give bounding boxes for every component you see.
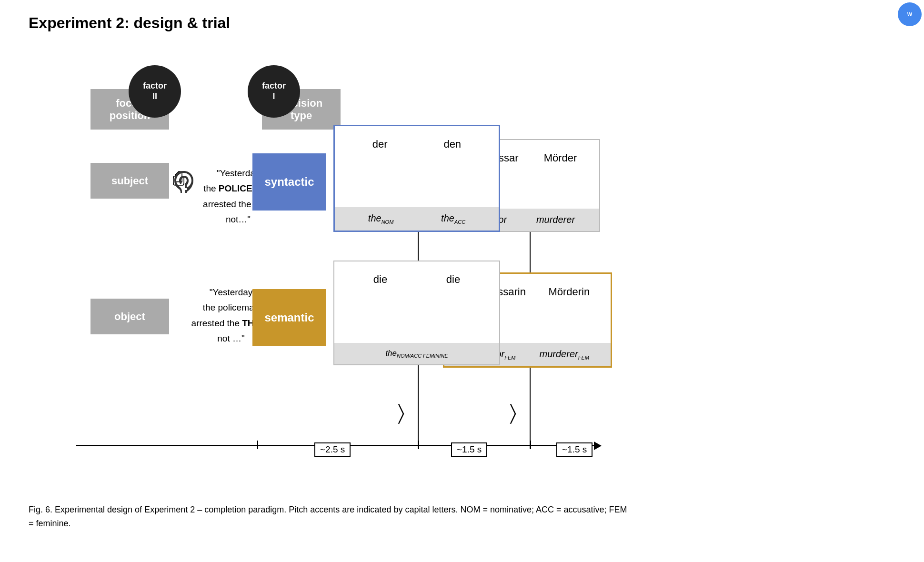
page-title: Experiment 2: design & trial (29, 14, 895, 32)
factor-i-circle: factor I (248, 65, 300, 118)
wwf-badge: W (898, 2, 922, 26)
syntactic-trans-2: murderer (536, 214, 575, 225)
cursor-icon-1: 〉 (398, 401, 404, 425)
semantic-sub: theNOM/ACC FEMININE (385, 349, 448, 359)
object-label: object (90, 299, 169, 334)
semantic-art-1: die (373, 273, 387, 286)
time-label-3: ~1.5 s (556, 442, 593, 457)
ear-svg-icon (172, 169, 195, 194)
syntactic-sub-2: theACC (441, 213, 465, 225)
time-label-2: ~1.5 s (451, 442, 487, 457)
time-label-1: ~2.5 s (314, 442, 351, 457)
factor-ii-circle: factor II (129, 65, 181, 118)
semantic-article-panel: die die theNOM/ACC FEMININE (333, 261, 500, 365)
tick-1 (257, 441, 258, 449)
syntactic-art-2: den (443, 138, 461, 151)
syntactic-sub-1: theNOM (368, 213, 393, 225)
semantic-trans-2: murdererFEM (540, 349, 589, 361)
figure-caption: Fig. 6. Experimental design of Experimen… (29, 489, 648, 530)
semantic-box: semantic (252, 289, 326, 346)
timeline-arrow (594, 442, 602, 450)
tick-3 (530, 441, 531, 449)
semantic-art-2: die (446, 273, 460, 286)
cursor-icon-2: 〉 (510, 401, 516, 425)
semantic-noun-2: Mörderin (548, 286, 590, 298)
subject-label: subject (90, 163, 169, 199)
syntactic-box: syntactic (252, 153, 326, 211)
syntactic-art-1: der (372, 138, 388, 151)
syntactic-noun-2: Mörder (544, 152, 577, 164)
syntactic-article-panel: der den theNOM theACC (333, 125, 500, 232)
tick-2 (418, 441, 419, 449)
